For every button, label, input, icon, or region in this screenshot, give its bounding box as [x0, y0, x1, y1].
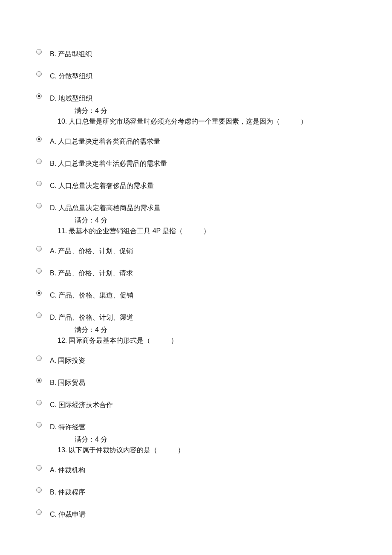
radio-icon[interactable] [36, 400, 42, 405]
option-text: C.产品、价格、渠道、促销 [50, 290, 133, 300]
radio-icon[interactable] [36, 159, 42, 164]
radio-wrap [36, 181, 50, 186]
radio-icon-selected[interactable] [36, 93, 42, 99]
radio-icon[interactable] [36, 312, 42, 318]
radio-wrap [36, 356, 50, 361]
radio-icon[interactable] [36, 509, 42, 515]
option-text: B.产品、价格、计划、请求 [50, 268, 133, 278]
option-letter: D. [50, 314, 57, 321]
question-number: 12. [58, 337, 67, 344]
score-line-q9: 满分：4分 [75, 107, 356, 116]
option-text: C.仲裁申请 [50, 509, 86, 519]
option-text: D.特许经营 [50, 422, 86, 432]
radio-icon[interactable] [36, 246, 42, 251]
option-text: D.人品总量决定着高档商品的需求量 [50, 203, 161, 213]
question-number: 11. [58, 227, 67, 234]
option-label: 人品总量决定着高档商品的需求量 [58, 204, 161, 211]
radio-wrap [36, 71, 50, 77]
question-text: 国际商务最基本的形式是（ ） [69, 337, 178, 344]
option-text: A.产品、价格、计划、促销 [50, 246, 133, 256]
question-number: 10. [58, 118, 67, 125]
question-text: 以下属于仲裁协议内容的是（ ） [69, 446, 184, 454]
option-q11-C[interactable]: C.产品、价格、渠道、促销 [36, 290, 356, 300]
option-text: D.地域型组织 [50, 93, 92, 103]
option-label: 国际经济技术合作 [58, 401, 113, 408]
option-q13-B[interactable]: B.仲裁程序 [36, 487, 356, 497]
score-unit: 分 [101, 217, 107, 224]
radio-icon[interactable] [36, 422, 42, 428]
radio-icon-selected[interactable] [36, 290, 42, 296]
option-q9-B[interactable]: B.产品型组织 [36, 49, 356, 59]
option-text: A.仲裁机构 [50, 465, 85, 475]
radio-icon[interactable] [36, 71, 42, 77]
score-line-q11: 满分：4分 [75, 326, 356, 335]
score-unit: 分 [101, 326, 107, 333]
option-q11-D[interactable]: D.产品、价格、计划、渠道 [36, 312, 356, 322]
radio-wrap [36, 159, 50, 164]
option-text: B.产品型组织 [50, 49, 92, 59]
score-unit: 分 [101, 107, 107, 114]
option-q13-C[interactable]: C.仲裁申请 [36, 509, 356, 519]
option-label: 人口总量决定着各类商品的需求量 [58, 138, 160, 145]
radio-icon[interactable] [36, 268, 42, 274]
score-unit: 分 [101, 436, 107, 443]
option-q10-B[interactable]: B.人口总量决定着生活必需品的需求量 [36, 159, 356, 168]
radio-wrap [36, 136, 50, 142]
option-letter: A. [50, 247, 56, 254]
radio-icon[interactable] [36, 465, 42, 471]
radio-wrap [36, 203, 50, 208]
option-letter: A. [50, 357, 56, 364]
option-label: 产品、价格、计划、促销 [58, 247, 133, 254]
radio-icon[interactable] [36, 356, 42, 361]
option-letter: C. [50, 511, 57, 518]
radio-wrap [36, 378, 50, 383]
radio-wrap [36, 422, 50, 428]
question-10: 10.人口总量是研究市场容量时必须充分考虑的一个重要因素，这是因为（ ） [58, 117, 356, 126]
option-letter: A. [50, 138, 56, 145]
radio-wrap [36, 49, 50, 55]
option-letter: C. [50, 292, 57, 299]
question-number: 13. [58, 446, 67, 454]
score-line-q10: 满分：4分 [75, 216, 356, 225]
option-letter: B. [50, 489, 56, 496]
option-q11-B[interactable]: B.产品、价格、计划、请求 [36, 268, 356, 278]
radio-icon-selected[interactable] [36, 136, 42, 142]
option-q12-D[interactable]: D.特许经营 [36, 422, 356, 432]
option-letter: C. [50, 182, 57, 189]
radio-icon[interactable] [36, 487, 42, 493]
option-label: 产品、价格、渠道、促销 [58, 292, 133, 299]
option-label: 地域型组织 [58, 95, 92, 102]
radio-icon[interactable] [36, 203, 42, 208]
radio-icon[interactable] [36, 49, 42, 55]
option-label: 特许经营 [58, 423, 86, 431]
option-q11-A[interactable]: A.产品、价格、计划、促销 [36, 246, 356, 256]
option-label: 人口总量决定着奢侈品的需求量 [58, 182, 154, 189]
option-q13-A[interactable]: A.仲裁机构 [36, 465, 356, 475]
option-letter: B. [50, 269, 56, 277]
question-text: 人口总量是研究市场容量时必须充分考虑的一个重要因素，这是因为（ ） [69, 118, 307, 125]
option-q10-D[interactable]: D.人品总量决定着高档商品的需求量 [36, 203, 356, 213]
option-text: B.仲裁程序 [50, 487, 85, 497]
option-q12-C[interactable]: C.国际经济技术合作 [36, 400, 356, 410]
option-label: 仲裁程序 [58, 489, 85, 496]
option-q9-C[interactable]: C.分散型组织 [36, 71, 356, 81]
option-q9-D[interactable]: D.地域型组织 [36, 93, 356, 103]
score-value: 4 [95, 326, 99, 333]
option-q10-C[interactable]: C.人口总量决定着奢侈品的需求量 [36, 181, 356, 191]
option-q12-B[interactable]: B.国际贸易 [36, 378, 356, 387]
option-letter: B. [50, 50, 56, 58]
option-text: D.产品、价格、计划、渠道 [50, 312, 133, 322]
option-text: A.国际投资 [50, 356, 85, 365]
option-q12-A[interactable]: A.国际投资 [36, 356, 356, 365]
option-label: 仲裁申请 [58, 511, 86, 518]
radio-wrap [36, 465, 50, 471]
score-label: 满分： [75, 107, 95, 114]
option-label: 仲裁机构 [58, 466, 85, 474]
score-label: 满分： [75, 436, 95, 443]
radio-icon[interactable] [36, 181, 42, 186]
option-q10-A[interactable]: A.人口总量决定着各类商品的需求量 [36, 136, 356, 146]
radio-icon-selected[interactable] [36, 378, 42, 383]
option-label: 产品、价格、计划、渠道 [58, 314, 133, 321]
radio-wrap [36, 312, 50, 318]
option-label: 国际贸易 [58, 379, 85, 386]
